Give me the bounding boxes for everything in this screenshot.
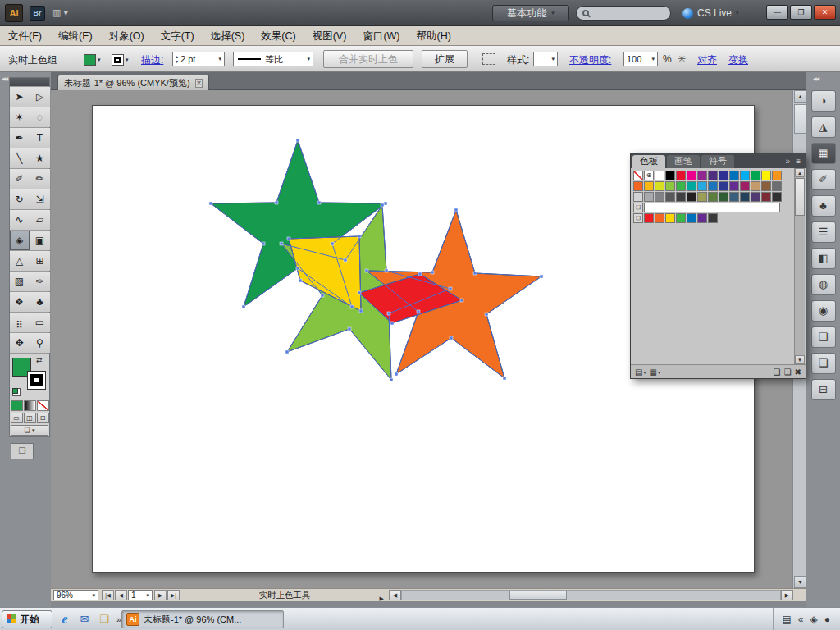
mesh-tool[interactable]: ⊞ (30, 251, 50, 271)
menu-item-0[interactable]: 文件(F) (0, 26, 50, 46)
swatch[interactable] (644, 181, 654, 191)
recolor-artwork-icon[interactable]: ✳ (678, 53, 686, 65)
anchor-point[interactable] (348, 327, 351, 331)
anchor-point[interactable] (358, 291, 361, 294)
arrange-documents-icon[interactable]: ▥ ▾ (52, 7, 68, 18)
swatch[interactable] (676, 171, 686, 180)
swatch[interactable] (655, 171, 664, 180)
anchor-point[interactable] (242, 305, 245, 308)
anchor-point[interactable] (331, 242, 334, 245)
anchor-point[interactable] (280, 242, 283, 245)
search-input[interactable] (576, 6, 671, 21)
stroke-weight-stepper[interactable]: ▴▾ 2 pt ▾ (172, 52, 225, 66)
collapse-tray-icon[interactable]: « (798, 614, 804, 625)
symbol-sprayer-tool[interactable]: ♣ (30, 292, 50, 312)
swatch[interactable] (687, 213, 696, 223)
anchor-point[interactable] (321, 294, 324, 297)
anchor-point[interactable] (431, 271, 434, 274)
swatch[interactable] (708, 213, 718, 223)
anchor-point[interactable] (390, 378, 393, 381)
swatch[interactable] (719, 192, 728, 202)
document-tab[interactable]: 未标题-1* @ 96% (CMYK/预览) × (57, 75, 209, 90)
close-button[interactable]: ✕ (814, 5, 836, 20)
zoom-tool[interactable]: ⚲ (30, 333, 50, 353)
swatch[interactable] (729, 171, 739, 180)
swatch[interactable] (772, 192, 782, 202)
artboard-number-dropdown[interactable]: 1 ▾ (128, 590, 153, 600)
swatch[interactable] (751, 192, 760, 202)
default-fill-stroke-icon[interactable] (12, 388, 21, 396)
anchor-point[interactable] (296, 267, 299, 270)
anchor-point[interactable] (395, 372, 398, 376)
swatches-tab-1[interactable]: 画笔 (667, 155, 700, 168)
swatch[interactable] (655, 181, 664, 191)
swap-fill-stroke-icon[interactable]: ⇄ (36, 356, 43, 364)
workspace-switcher-button[interactable]: 基本功能 ▾ (492, 5, 569, 21)
swatch[interactable] (772, 181, 782, 191)
gradient-panel-icon[interactable]: ◧ (811, 248, 836, 269)
new-swatch-icon[interactable]: ❏ (784, 368, 792, 377)
swatch[interactable] (697, 171, 707, 180)
vertical-scroll-thumb[interactable] (794, 104, 806, 134)
anchor-point[interactable] (449, 287, 452, 290)
zoom-level-dropdown[interactable]: 96% ▾ (53, 590, 98, 600)
restore-button[interactable]: ❐ (790, 5, 812, 20)
style-dropdown[interactable]: ▾ (533, 52, 558, 66)
swatch[interactable] (633, 192, 643, 202)
keyboard-icon[interactable]: ▤ (782, 614, 791, 625)
stroke-panel-link[interactable]: 描边: (141, 53, 163, 67)
collapsed-panel-icon[interactable]: ❏ (11, 443, 34, 459)
anchor-point[interactable] (350, 305, 354, 308)
swatches-tab-0[interactable]: 色板 (632, 155, 665, 168)
anchor-point[interactable] (359, 309, 363, 313)
hand-tool[interactable]: ✥ (10, 333, 30, 353)
horizontal-scroll-thumb[interactable] (509, 591, 567, 600)
start-button[interactable]: 开始 (2, 610, 52, 628)
swatch[interactable] (644, 213, 654, 223)
swatch[interactable] (697, 181, 707, 191)
swatch[interactable] (751, 171, 760, 180)
swatch[interactable] (697, 192, 707, 202)
swatch[interactable] (687, 181, 696, 191)
line-segment-tool[interactable]: ╲ (10, 148, 30, 168)
cs-live-button[interactable]: CS Live ▾ (682, 6, 739, 21)
swatch[interactable] (761, 192, 771, 202)
free-transform-tool[interactable]: ▱ (30, 210, 50, 230)
gradient-tool[interactable]: ▧ (10, 272, 30, 291)
gradient-button[interactable] (24, 400, 36, 411)
collapse-panels-dock-icon[interactable]: ◀◀ (813, 75, 819, 81)
anchor-point[interactable] (417, 310, 420, 313)
swatch[interactable] (729, 192, 739, 202)
graphic-styles-panel-icon[interactable]: ❑ (811, 326, 836, 348)
draw-mode-2-button[interactable]: ⊡ (37, 413, 49, 423)
selection-tool[interactable]: ➤ (10, 87, 30, 107)
folder-icon[interactable]: ❏ (97, 612, 112, 627)
anchor-point[interactable] (454, 208, 458, 212)
anchor-point[interactable] (390, 322, 394, 325)
anchor-point[interactable] (387, 312, 390, 315)
swatch[interactable] (665, 192, 675, 202)
anchor-point[interactable] (262, 242, 265, 245)
merge-live-paint-button[interactable]: 合并实时上色 (323, 50, 413, 68)
transform-link[interactable]: 变换 (728, 53, 748, 67)
collapse-tools-dock-icon[interactable]: ◀◀ (2, 75, 7, 81)
pencil-tool[interactable]: ✏ (30, 169, 50, 189)
anchor-point[interactable] (381, 203, 384, 207)
swatch[interactable] (729, 181, 739, 191)
eyedropper-tool[interactable]: ✑ (30, 272, 50, 291)
menu-item-7[interactable]: 窗口(W) (354, 26, 408, 46)
swatch[interactable] (751, 181, 760, 191)
status-field[interactable]: 实时上色工具 ▶ (184, 589, 386, 601)
direct-selection-tool[interactable]: ▷ (30, 87, 50, 107)
expand-button[interactable]: 扩展 (422, 50, 468, 68)
scroll-down-icon[interactable]: ▼ (794, 576, 806, 588)
panel-overflow-icon[interactable]: » (786, 154, 791, 168)
menu-item-3[interactable]: 文字(T) (153, 26, 203, 46)
perspective-grid-tool[interactable]: △ (10, 251, 30, 271)
symbols-panel-icon[interactable]: ♣ (811, 195, 836, 217)
bridge-icon[interactable]: Br (30, 6, 45, 21)
color-button[interactable] (11, 400, 23, 411)
scroll-down-icon[interactable]: ▼ (795, 355, 805, 364)
anchor-point[interactable] (460, 299, 463, 302)
anchor-point[interactable] (287, 237, 290, 240)
